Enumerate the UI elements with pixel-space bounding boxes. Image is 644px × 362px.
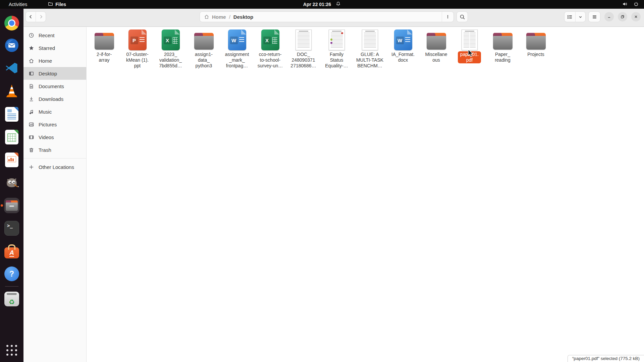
file-item-doc-24809037127180686[interactable]: DOC_24809037127180686… xyxy=(287,28,320,69)
excel-file-icon: X xyxy=(261,29,279,50)
hamburger-icon xyxy=(592,14,597,20)
system-tray[interactable] xyxy=(622,1,639,8)
folder-icon xyxy=(426,33,447,50)
file-grid: 2-if-for-arrayP07-cluster-kMean (1).pptX… xyxy=(87,27,644,69)
star-icon xyxy=(29,45,34,51)
word-file-icon: W xyxy=(394,29,412,50)
sidebar-item-recent[interactable]: Recent xyxy=(23,29,86,42)
nav-buttons xyxy=(25,11,46,22)
file-item-cco-return-to-school-survey-un[interactable]: Xcco-return-to-school-survey-un… xyxy=(254,28,287,69)
dock-item-ubuntu-software[interactable]: A xyxy=(4,243,19,259)
breadcrumb-current[interactable]: Desktop xyxy=(233,14,253,20)
pdf-preview-icon xyxy=(462,29,478,50)
sidebar-item-trash[interactable]: Trash xyxy=(23,143,86,156)
breadcrumb-home[interactable]: Home xyxy=(212,14,226,20)
plus-icon xyxy=(29,164,34,170)
word-file-icon: W xyxy=(228,29,246,50)
powerpoint-file-icon: P xyxy=(128,29,147,50)
dock-item-terminal[interactable]: >_ xyxy=(4,221,19,236)
folder-icon xyxy=(94,33,115,50)
sidebar-item-pictures[interactable]: Pictures xyxy=(23,118,86,131)
view-options-button[interactable] xyxy=(575,12,585,22)
dock-item-vlc[interactable] xyxy=(4,84,19,99)
trash-icon xyxy=(29,147,34,153)
dock-item-files[interactable] xyxy=(4,198,19,213)
file-item-2-if-for-array[interactable]: 2-if-for-array xyxy=(88,28,121,69)
thunderbird-icon xyxy=(4,38,19,54)
sidebar-item-starred[interactable]: Starred xyxy=(23,42,86,54)
sidebar-item-documents[interactable]: Documents xyxy=(23,80,86,93)
sidebar-item-other-locations[interactable]: Other Locations xyxy=(23,161,86,173)
file-item-07-cluster-kmean-1-ppt[interactable]: P07-cluster-kMean (1).ppt xyxy=(121,28,154,69)
file-item-paper01-pdf[interactable]: paper01.pdf xyxy=(453,28,486,69)
file-label: DOC_24809037127180686… xyxy=(288,51,318,69)
dock-item-trash[interactable]: ♻ xyxy=(4,291,19,307)
dock-item-thunderbird[interactable] xyxy=(4,38,19,54)
sidebar-item-label: Pictures xyxy=(39,122,57,127)
home-icon xyxy=(29,58,34,64)
file-label: paper01.pdf xyxy=(458,51,481,63)
dock-item-chrome[interactable] xyxy=(4,15,19,31)
desktop-icon xyxy=(29,71,34,76)
file-item-paper-reading[interactable]: Paper_reading xyxy=(486,28,519,69)
dock-item-libreoffice-calc[interactable] xyxy=(4,129,19,145)
sidebar-item-desktop[interactable]: Desktop xyxy=(23,67,86,80)
sidebar-item-music[interactable]: Music xyxy=(23,105,86,118)
document-preview-icon xyxy=(329,29,345,50)
file-item-miscellaneous[interactable]: Miscellaneous xyxy=(420,28,453,69)
file-label: 2-if-for-array xyxy=(94,51,114,63)
file-item-glue-a-multi-task-benchm[interactable]: GLUE: AMULTI-TASKBENCHM… xyxy=(353,28,386,69)
path-options-button[interactable] xyxy=(442,12,453,22)
dock-item-help[interactable]: ? xyxy=(4,266,19,282)
home-icon xyxy=(204,14,209,19)
file-label: Miscellaneous xyxy=(423,51,449,63)
search-button[interactable] xyxy=(457,11,468,22)
ubuntu-software-icon: A xyxy=(4,244,19,258)
dock-item-app-grid[interactable] xyxy=(4,343,19,358)
list-view-button[interactable] xyxy=(565,12,575,22)
activities-button[interactable]: Activities xyxy=(9,2,27,7)
sidebar-item-label: Other Locations xyxy=(39,164,74,170)
folder-icon xyxy=(492,33,514,50)
restore-button[interactable] xyxy=(618,12,627,21)
dock: >_A?♻ xyxy=(0,9,23,362)
status-bar: “paper01.pdf” selected (775.2 kB) xyxy=(568,355,644,362)
sidebar-item-home[interactable]: Home xyxy=(23,54,86,67)
dock-item-libreoffice-impress[interactable] xyxy=(4,152,19,168)
close-button[interactable] xyxy=(631,12,641,21)
file-item-projects[interactable]: Projects xyxy=(519,28,552,69)
file-item-assignment-mark-frontpag[interactable]: Wassignment_mark_frontpag… xyxy=(220,28,254,69)
app-menu-button[interactable]: Files xyxy=(48,1,66,7)
gimp-icon xyxy=(4,175,19,191)
breadcrumb-separator: / xyxy=(229,14,230,20)
clock-menu-button[interactable]: Apr 22 01:26 xyxy=(303,1,341,7)
dock-item-gimp[interactable] xyxy=(4,175,19,190)
minimize-button[interactable] xyxy=(604,12,614,21)
file-item-family-status-equality[interactable]: FamilyStatusEquality-… xyxy=(320,28,353,69)
excel-file-icon: X xyxy=(162,29,180,50)
file-label: cco-return-to-school-survey-un… xyxy=(255,51,285,69)
libreoffice-writer-icon xyxy=(5,107,18,122)
back-button[interactable] xyxy=(26,12,36,22)
terminal-icon: >_ xyxy=(4,221,19,236)
dock-item-vscode[interactable] xyxy=(4,61,19,76)
dock-item-libreoffice-writer[interactable] xyxy=(4,107,19,122)
hamburger-menu-button[interactable] xyxy=(588,11,600,22)
file-item-assign1-data-python3[interactable]: assign1-data_python3 xyxy=(187,28,220,69)
app-grid-icon xyxy=(6,345,17,356)
breadcrumb: Home / Desktop xyxy=(200,11,454,22)
file-label: Paper_reading xyxy=(492,51,513,63)
vscode-icon xyxy=(5,61,19,76)
file-label: IA_Format.docx xyxy=(389,51,417,63)
forward-button[interactable] xyxy=(36,12,46,22)
notification-bell-icon xyxy=(336,1,341,7)
sidebar-item-downloads[interactable]: Downloads xyxy=(23,93,86,105)
chrome-icon xyxy=(4,16,19,31)
sidebar-item-videos[interactable]: Videos xyxy=(23,131,86,143)
file-item-2023-validation-7bd855d[interactable]: X2023_validation_7bd855d… xyxy=(154,28,187,69)
trash-bin-icon: ♻ xyxy=(4,292,19,306)
sidebar-item-label: Videos xyxy=(39,134,54,140)
content-area[interactable]: 2-if-for-arrayP07-cluster-kMean (1).pptX… xyxy=(87,27,644,362)
file-item-ia-format-docx[interactable]: WIA_Format.docx xyxy=(386,28,420,69)
file-label: assignment_mark_frontpag… xyxy=(223,51,252,69)
